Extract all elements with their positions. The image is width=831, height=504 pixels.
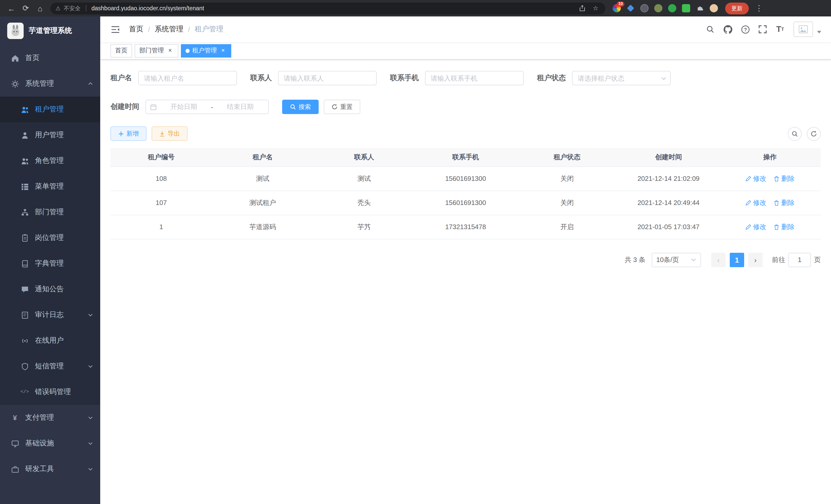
page-size-select[interactable]: 10条/页	[652, 253, 701, 267]
cell-contact: 秃头	[314, 190, 415, 215]
breadcrumb-separator: /	[188, 25, 190, 33]
sidebar-item-label: 字典管理	[35, 259, 64, 268]
sidebar-item-sms[interactable]: 短信管理	[0, 353, 100, 379]
back-icon[interactable]: ←	[5, 2, 18, 14]
extension-icon-green-square[interactable]	[682, 4, 690, 12]
fullscreen-icon[interactable]	[755, 22, 770, 36]
tenant-name-input[interactable]	[138, 71, 237, 85]
cell-tenant-id: 1	[111, 215, 212, 239]
tenant-name-label: 租户名	[111, 73, 132, 83]
sidebar-item-menu[interactable]: 菜单管理	[0, 174, 100, 199]
sidebar-group-infra[interactable]: 基础设施	[0, 431, 100, 456]
sidebar-item-role[interactable]: 角色管理	[0, 148, 100, 174]
search-icon[interactable]	[703, 22, 717, 36]
sidebar-item-online-users[interactable]: 在线用户	[0, 328, 100, 353]
cell-actions: 修改 删除	[719, 167, 821, 190]
share-icon[interactable]	[578, 4, 587, 13]
sidebar-item-label: 短信管理	[35, 362, 64, 371]
sidebar-item-tenant[interactable]: 租户管理	[0, 97, 100, 122]
toggle-search-button[interactable]	[788, 127, 802, 141]
edit-link[interactable]: 修改	[745, 174, 767, 183]
url-bar[interactable]: ⚠ 不安全 dashboard.yudao.iocoder.cn/system/…	[50, 2, 605, 14]
cell-status: 关闭	[516, 167, 618, 190]
app-logo[interactable]: 芋道管理系统	[0, 17, 100, 45]
status-select[interactable]	[572, 71, 671, 85]
sidebar-group-payment[interactable]: ¥ 支付管理	[0, 405, 100, 431]
sidebar-item-error-code[interactable]: </> 错误码管理	[0, 379, 100, 405]
cell-contact: 芋艿	[314, 215, 415, 239]
github-icon[interactable]	[720, 22, 735, 36]
sidebar-item-label: 岗位管理	[35, 233, 64, 242]
next-page-button[interactable]: ›	[748, 253, 763, 267]
table-toolbar: 新增 导出	[111, 126, 821, 141]
phone-input[interactable]	[425, 71, 524, 85]
plus-icon	[118, 131, 124, 137]
tab-dept[interactable]: 部门管理 ×	[135, 44, 178, 57]
home-icon[interactable]: ⌂	[34, 2, 46, 14]
sidebar-item-dict[interactable]: 字典管理	[0, 251, 100, 276]
avatar[interactable]	[794, 22, 813, 37]
extension-badge: 10	[617, 2, 624, 7]
create-time-label: 创建时间	[111, 102, 139, 112]
menu-kebab-icon[interactable]: ⋮	[753, 2, 765, 14]
chevron-down-icon[interactable]	[817, 31, 821, 33]
extension-icon-green-circle[interactable]	[668, 4, 676, 12]
edit-label: 修改	[753, 222, 767, 232]
status-select-input[interactable]	[572, 71, 671, 85]
delete-link[interactable]: 删除	[774, 198, 795, 207]
help-icon[interactable]: ?	[738, 22, 752, 36]
close-icon[interactable]: ×	[220, 47, 227, 54]
delete-link[interactable]: 删除	[774, 174, 795, 183]
reload-icon[interactable]: ⟳	[20, 2, 32, 14]
sidebar-group-system[interactable]: 系统管理	[0, 71, 100, 97]
cell-tenant-id: 108	[111, 167, 212, 190]
sidebar-item-notice[interactable]: 通知公告	[0, 276, 100, 302]
delete-link[interactable]: 删除	[774, 222, 795, 232]
create-time-range-picker[interactable]: 开始日期 - 结束日期	[145, 100, 269, 114]
extension-icon-diamond[interactable]	[627, 4, 635, 12]
sidebar-item-post[interactable]: 岗位管理	[0, 225, 100, 251]
extension-icon-sphere[interactable]	[640, 4, 649, 12]
sidebar-item-user[interactable]: 用户管理	[0, 122, 100, 148]
screen: ← ⟳ ⌂ ⚠ 不安全 dashboard.yudao.iocoder.cn/s…	[0, 0, 831, 504]
org-tree-icon	[21, 208, 29, 216]
extension-icon-olive[interactable]	[654, 4, 662, 12]
chevron-down-icon	[88, 415, 93, 420]
sidebar-group-devtools[interactable]: 研发工具	[0, 456, 100, 482]
contact-input[interactable]	[278, 71, 377, 85]
profile-avatar-icon[interactable]	[710, 4, 718, 12]
breadcrumb-item[interactable]: 系统管理	[155, 25, 183, 34]
add-button[interactable]: 新增	[111, 126, 146, 141]
sidebar-collapse-icon[interactable]	[108, 25, 123, 33]
sidebar-item-home[interactable]: 首页	[0, 45, 100, 71]
tab-tenant[interactable]: 租户管理 ×	[181, 44, 231, 57]
update-button[interactable]: 更新	[725, 2, 749, 14]
shield-icon	[21, 362, 29, 370]
document-icon	[21, 311, 29, 319]
edit-link[interactable]: 修改	[745, 198, 767, 207]
tab-label: 首页	[115, 46, 127, 55]
prev-page-button[interactable]: ‹	[711, 253, 726, 267]
badge-icon	[21, 234, 29, 242]
column-header: 租户名	[212, 148, 314, 167]
tab-home[interactable]: 首页	[111, 44, 132, 57]
page-number-button[interactable]: 1	[730, 253, 744, 267]
reset-button[interactable]: 重置	[324, 100, 360, 114]
bookmark-star-icon[interactable]: ☆	[591, 4, 600, 13]
table-row: 108 测试 测试 15601691300 关闭 2021-12-14 21:0…	[111, 167, 821, 190]
export-button[interactable]: 导出	[152, 126, 188, 141]
goto-page-input[interactable]	[789, 253, 811, 267]
edit-link[interactable]: 修改	[745, 222, 767, 232]
search-button[interactable]: 搜索	[282, 100, 319, 114]
sidebar-item-dept[interactable]: 部门管理	[0, 199, 100, 225]
extension-icon-colorful[interactable]: 10	[612, 4, 621, 12]
extensions-menu-icon[interactable]	[696, 4, 704, 12]
font-size-icon[interactable]: TT	[773, 22, 787, 36]
refresh-table-button[interactable]	[807, 127, 821, 141]
sidebar-item-audit-log[interactable]: 审计日志	[0, 302, 100, 328]
pagination: 共 3 条 10条/页 ‹ 1 › 前往 页	[111, 253, 821, 267]
cell-created: 2021-12-14 21:02:09	[618, 167, 719, 190]
breadcrumb-item-current: 租户管理	[195, 25, 224, 34]
close-icon[interactable]: ×	[167, 47, 174, 54]
breadcrumb-item[interactable]: 首页	[129, 25, 143, 34]
